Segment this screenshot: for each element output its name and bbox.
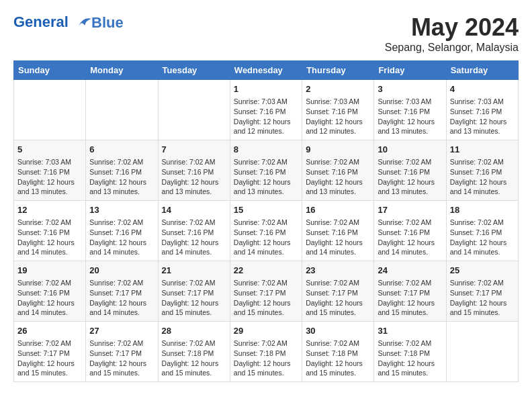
day-info: Sunrise: 7:02 AM Sunset: 7:18 PM Dayligh… (306, 338, 370, 378)
calendar-day-cell (446, 322, 518, 382)
weekday-header-saturday: Saturday (446, 61, 518, 80)
calendar-table: SundayMondayTuesdayWednesdayThursdayFrid… (13, 60, 519, 382)
day-info: Sunrise: 7:03 AM Sunset: 7:16 PM Dayligh… (450, 97, 515, 136)
logo-bird-icon (74, 13, 93, 32)
title-block: May 2024 Sepang, Selangor, Malaysia (385, 13, 519, 54)
logo-blue: Blue (91, 15, 124, 31)
day-number: 13 (89, 204, 154, 216)
calendar-day-cell: 17Sunrise: 7:02 AM Sunset: 7:16 PM Dayli… (374, 201, 446, 261)
day-info: Sunrise: 7:02 AM Sunset: 7:17 PM Dayligh… (89, 338, 154, 378)
day-info: Sunrise: 7:02 AM Sunset: 7:17 PM Dayligh… (378, 278, 442, 318)
day-info: Sunrise: 7:02 AM Sunset: 7:16 PM Dayligh… (378, 157, 442, 197)
calendar-week-3: 12Sunrise: 7:02 AM Sunset: 7:16 PM Dayli… (14, 201, 519, 261)
day-info: Sunrise: 7:02 AM Sunset: 7:17 PM Dayligh… (234, 278, 298, 318)
day-info: Sunrise: 7:02 AM Sunset: 7:16 PM Dayligh… (17, 278, 82, 318)
calendar-day-cell (158, 80, 230, 140)
day-number: 12 (17, 204, 82, 216)
day-number: 30 (306, 325, 370, 337)
calendar-day-cell: 7Sunrise: 7:02 AM Sunset: 7:16 PM Daylig… (158, 140, 230, 201)
calendar-day-cell: 20Sunrise: 7:02 AM Sunset: 7:17 PM Dayli… (86, 261, 158, 322)
day-info: Sunrise: 7:03 AM Sunset: 7:16 PM Dayligh… (306, 97, 370, 136)
calendar-day-cell: 9Sunrise: 7:02 AM Sunset: 7:16 PM Daylig… (302, 140, 374, 201)
logo-general: General (13, 13, 69, 30)
day-info: Sunrise: 7:02 AM Sunset: 7:16 PM Dayligh… (162, 218, 226, 257)
weekday-header-sunday: Sunday (14, 61, 86, 80)
day-number: 17 (378, 204, 442, 216)
calendar-day-cell: 19Sunrise: 7:02 AM Sunset: 7:16 PM Dayli… (14, 261, 86, 322)
weekday-header-wednesday: Wednesday (230, 61, 302, 80)
weekday-header-thursday: Thursday (302, 61, 374, 80)
weekday-header-monday: Monday (86, 61, 158, 80)
day-info: Sunrise: 7:02 AM Sunset: 7:17 PM Dayligh… (89, 278, 154, 318)
day-info: Sunrise: 7:02 AM Sunset: 7:18 PM Dayligh… (162, 338, 226, 378)
day-info: Sunrise: 7:02 AM Sunset: 7:16 PM Dayligh… (162, 157, 226, 197)
day-info: Sunrise: 7:02 AM Sunset: 7:16 PM Dayligh… (450, 157, 515, 197)
day-info: Sunrise: 7:02 AM Sunset: 7:16 PM Dayligh… (234, 157, 298, 197)
day-number: 8 (234, 144, 298, 156)
calendar-day-cell: 16Sunrise: 7:02 AM Sunset: 7:16 PM Dayli… (302, 201, 374, 261)
day-number: 5 (17, 144, 82, 156)
day-number: 14 (162, 204, 226, 216)
day-number: 22 (234, 265, 298, 277)
calendar-day-cell: 31Sunrise: 7:02 AM Sunset: 7:18 PM Dayli… (374, 322, 446, 382)
calendar-day-cell: 25Sunrise: 7:02 AM Sunset: 7:17 PM Dayli… (446, 261, 518, 322)
calendar-week-1: 1Sunrise: 7:03 AM Sunset: 7:16 PM Daylig… (14, 80, 519, 140)
calendar-day-cell: 21Sunrise: 7:02 AM Sunset: 7:17 PM Dayli… (158, 261, 230, 322)
day-info: Sunrise: 7:02 AM Sunset: 7:16 PM Dayligh… (378, 218, 442, 257)
location-subtitle: Sepang, Selangor, Malaysia (385, 42, 519, 54)
day-number: 11 (450, 144, 515, 156)
day-number: 27 (89, 325, 154, 337)
day-info: Sunrise: 7:03 AM Sunset: 7:16 PM Dayligh… (234, 97, 298, 136)
day-info: Sunrise: 7:02 AM Sunset: 7:17 PM Dayligh… (17, 338, 82, 378)
calendar-day-cell: 24Sunrise: 7:02 AM Sunset: 7:17 PM Dayli… (374, 261, 446, 322)
calendar-day-cell: 10Sunrise: 7:02 AM Sunset: 7:16 PM Dayli… (374, 140, 446, 201)
day-number: 20 (89, 265, 154, 277)
logo: General Blue (13, 13, 124, 32)
day-info: Sunrise: 7:02 AM Sunset: 7:18 PM Dayligh… (234, 338, 298, 378)
day-number: 31 (378, 325, 442, 337)
day-number: 1 (234, 83, 298, 95)
day-number: 2 (306, 83, 370, 95)
calendar-week-4: 19Sunrise: 7:02 AM Sunset: 7:16 PM Dayli… (14, 261, 519, 322)
day-info: Sunrise: 7:02 AM Sunset: 7:16 PM Dayligh… (450, 218, 515, 257)
day-info: Sunrise: 7:02 AM Sunset: 7:17 PM Dayligh… (162, 278, 226, 318)
calendar-week-5: 26Sunrise: 7:02 AM Sunset: 7:17 PM Dayli… (14, 322, 519, 382)
day-info: Sunrise: 7:02 AM Sunset: 7:17 PM Dayligh… (450, 278, 515, 318)
day-number: 10 (378, 144, 442, 156)
day-info: Sunrise: 7:02 AM Sunset: 7:17 PM Dayligh… (306, 278, 370, 318)
calendar-day-cell: 15Sunrise: 7:02 AM Sunset: 7:16 PM Dayli… (230, 201, 302, 261)
calendar-day-cell: 14Sunrise: 7:02 AM Sunset: 7:16 PM Dayli… (158, 201, 230, 261)
day-info: Sunrise: 7:03 AM Sunset: 7:16 PM Dayligh… (17, 157, 82, 197)
calendar-day-cell: 4Sunrise: 7:03 AM Sunset: 7:16 PM Daylig… (446, 80, 518, 140)
page-header: General Blue May 2024 Sepang, Selangor, … (13, 13, 519, 54)
day-number: 6 (89, 144, 154, 156)
day-number: 15 (234, 204, 298, 216)
calendar-day-cell: 2Sunrise: 7:03 AM Sunset: 7:16 PM Daylig… (302, 80, 374, 140)
day-number: 9 (306, 144, 370, 156)
day-number: 28 (162, 325, 226, 337)
day-info: Sunrise: 7:02 AM Sunset: 7:16 PM Dayligh… (89, 157, 154, 197)
calendar-day-cell: 23Sunrise: 7:02 AM Sunset: 7:17 PM Dayli… (302, 261, 374, 322)
calendar-day-cell: 29Sunrise: 7:02 AM Sunset: 7:18 PM Dayli… (230, 322, 302, 382)
day-info: Sunrise: 7:02 AM Sunset: 7:16 PM Dayligh… (306, 157, 370, 197)
calendar-day-cell: 6Sunrise: 7:02 AM Sunset: 7:16 PM Daylig… (86, 140, 158, 201)
day-number: 4 (450, 83, 515, 95)
weekday-header-friday: Friday (374, 61, 446, 80)
day-number: 19 (17, 265, 82, 277)
day-number: 26 (17, 325, 82, 337)
calendar-day-cell: 3Sunrise: 7:03 AM Sunset: 7:16 PM Daylig… (374, 80, 446, 140)
day-number: 7 (162, 144, 226, 156)
day-info: Sunrise: 7:02 AM Sunset: 7:16 PM Dayligh… (234, 218, 298, 257)
calendar-day-cell: 27Sunrise: 7:02 AM Sunset: 7:17 PM Dayli… (86, 322, 158, 382)
day-number: 3 (378, 83, 442, 95)
calendar-header-row: SundayMondayTuesdayWednesdayThursdayFrid… (14, 61, 519, 80)
day-info: Sunrise: 7:02 AM Sunset: 7:16 PM Dayligh… (89, 218, 154, 257)
month-title: May 2024 (385, 13, 519, 42)
calendar-day-cell: 1Sunrise: 7:03 AM Sunset: 7:16 PM Daylig… (230, 80, 302, 140)
day-number: 29 (234, 325, 298, 337)
day-info: Sunrise: 7:02 AM Sunset: 7:16 PM Dayligh… (306, 218, 370, 257)
calendar-day-cell: 12Sunrise: 7:02 AM Sunset: 7:16 PM Dayli… (14, 201, 86, 261)
day-number: 25 (450, 265, 515, 277)
day-info: Sunrise: 7:03 AM Sunset: 7:16 PM Dayligh… (378, 97, 442, 136)
day-number: 18 (450, 204, 515, 216)
